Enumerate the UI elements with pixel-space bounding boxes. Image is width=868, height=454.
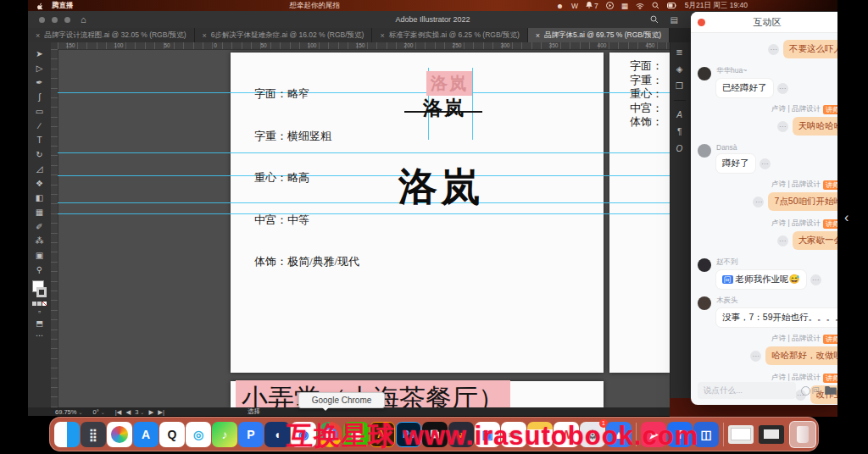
opentype-panel-icon[interactable]: O (676, 144, 683, 153)
minimize-window-button[interactable] (52, 17, 58, 23)
rectangle-tool-icon[interactable]: ▭ (28, 104, 51, 119)
blend-tool-icon[interactable]: ⁂ (28, 234, 51, 248)
font-spec-text[interactable]: 字面：略窄 字重：横细竖粗 重心：略高 中宫：中等 体饰：极简/典雅/现代 (254, 59, 359, 297)
p-app[interactable]: P (238, 422, 264, 447)
wps-status-icon[interactable]: W (571, 2, 578, 10)
curvature-tool-icon[interactable]: ʃ (28, 90, 51, 104)
zoom-window-button[interactable] (64, 17, 70, 23)
chat-bubble: 没事，7：59开始也行。。。。。 (716, 308, 843, 327)
question-toggle[interactable]: 问 (801, 385, 820, 396)
search-icon[interactable] (652, 2, 659, 9)
more-actions-icon[interactable]: ⋯ (777, 235, 788, 246)
document-tab[interactable]: × 6步解决字体疑难杂症.ai @ 16.02 % (RGB/预览) (195, 28, 373, 42)
eyedropper-tool-icon[interactable]: ✐ (28, 219, 51, 234)
tencent-meeting[interactable]: ◎ (186, 422, 211, 447)
fill-stroke-wells[interactable] (32, 280, 47, 299)
artboard-number-dropdown[interactable]: 3⌄ (135, 408, 144, 416)
chat-message-list[interactable]: ⋯ 不要这么吓人 华华hua~ 已经蹲好了 ⋯ 卢诗 | 品牌设计讲师 ⋯ 天呐… (691, 33, 843, 405)
chat-bubble: 蹲好了 (716, 154, 755, 173)
shape-builder-tool-icon[interactable]: ❖ (28, 176, 51, 191)
canvas[interactable]: 15010050050100150200250300350400450 字面：略… (51, 42, 670, 407)
close-tab-icon[interactable]: × (36, 31, 40, 40)
minimized-window-dark[interactable] (759, 425, 784, 444)
prev-artboard-button[interactable]: ◀ (125, 408, 131, 416)
layers-panel-icon[interactable]: ◈ (676, 64, 683, 74)
zoom-tool-icon[interactable]: ⚲ (28, 263, 51, 277)
home-icon[interactable]: ⌂ (81, 14, 86, 25)
guide-line (472, 68, 473, 140)
selection-tool-icon[interactable]: ➤ (28, 47, 51, 61)
more-actions-icon[interactable]: ⋯ (777, 121, 788, 132)
close-tab-icon[interactable]: × (536, 31, 540, 40)
apple-menu-icon[interactable] (36, 2, 44, 10)
play-status-icon[interactable] (606, 2, 614, 9)
avatar[interactable] (698, 144, 711, 158)
battery-icon[interactable] (667, 3, 677, 8)
zoom-level-dropdown[interactable]: 69.75%⌄ (55, 408, 82, 416)
direct-selection-tool-icon[interactable]: ▷ (28, 61, 51, 75)
qq-music[interactable]: ♪ (212, 422, 237, 447)
rotate-tool-icon[interactable]: ↻ (28, 147, 51, 162)
ruler-label: 200 (404, 42, 414, 49)
mesh-tool-icon[interactable]: ▦ (28, 205, 51, 219)
search-icon[interactable] (650, 12, 659, 27)
rotation-dropdown[interactable]: 0°⌄ (92, 408, 104, 416)
logo-text-highlighted[interactable]: 洛岚 (426, 71, 472, 96)
document-tab[interactable]: × 品牌字体5.ai @ 69.75 % (RGB/预览) (528, 28, 670, 42)
last-artboard-button[interactable]: ▶| (158, 408, 164, 416)
qq[interactable]: Q (159, 422, 185, 447)
chat-message: 华华hua~ 已经蹲好了 ⋯ (698, 66, 837, 97)
paragraph-panel-icon[interactable]: ¶ (677, 127, 682, 136)
close-window-button[interactable] (39, 17, 45, 23)
collapse-chevron-icon[interactable]: ‹ (844, 210, 849, 225)
document-tab[interactable]: × 品牌字设计流程图.ai @ 32.05 % (RGB/预览) (28, 28, 195, 42)
wifi-icon[interactable] (636, 3, 644, 9)
bell-icon[interactable]: 7 (586, 2, 598, 10)
chat-bubble: 大家歇一会 (793, 231, 844, 250)
attach-image-icon[interactable] (825, 385, 837, 396)
color-wheel-app[interactable] (107, 422, 132, 447)
minimized-window-light[interactable] (728, 425, 754, 444)
pen-tool-icon[interactable]: ✒ (28, 75, 51, 90)
menubar-app-name[interactable]: 腾直播 (52, 1, 74, 11)
input-method-icon[interactable]: ▦ (621, 2, 628, 10)
properties-panel-icon[interactable]: ≣ (676, 47, 682, 57)
line-segment-tool-icon[interactable]: ∕ (28, 119, 51, 133)
character-panel-icon[interactable]: A (676, 110, 682, 119)
logo-text-small[interactable]: 洛岚 (423, 95, 465, 121)
avatar[interactable] (698, 67, 711, 80)
scale-tool-icon[interactable]: ◿ (28, 162, 51, 176)
more-actions-icon[interactable]: ⋯ (753, 197, 764, 208)
close-tab-icon[interactable]: × (380, 31, 384, 40)
stroke-color-well[interactable] (36, 287, 47, 297)
artboards-panel-icon[interactable]: ❐ (676, 81, 683, 91)
menubar-clock[interactable]: 5月21日 周三 19:40 (685, 1, 748, 11)
more-actions-icon[interactable]: ⋯ (777, 83, 788, 94)
avatar[interactable] (698, 296, 711, 310)
logo-text-large[interactable]: 洛岚 (398, 161, 483, 213)
screen-mode-icon[interactable]: ⬒ (28, 318, 51, 329)
close-tab-icon[interactable]: × (203, 31, 207, 40)
next-artboard-button[interactable]: ▶ (148, 408, 153, 416)
more-actions-icon[interactable]: ⋯ (750, 351, 761, 362)
trash[interactable] (789, 421, 816, 448)
gradient-tool-icon[interactable]: ◧ (28, 191, 51, 205)
draw-mode-icon[interactable]: ▫ (28, 306, 51, 318)
chat-input[interactable]: 说点什么... (698, 382, 796, 399)
right-artboard-spec-labels[interactable]: 字面： 字重： 重心： 中宫： 体饰： (559, 59, 663, 130)
more-actions-icon[interactable]: ⋯ (760, 158, 771, 169)
app-store[interactable]: A (133, 422, 159, 447)
face-status-icon[interactable]: ☻ (556, 2, 564, 10)
arrange-documents-icon[interactable]: ▤ (670, 15, 678, 25)
more-actions-icon[interactable]: ⋯ (810, 274, 821, 285)
document-tab[interactable]: × 标准字案例实操.ai @ 6.25 % (RGB/预览) (372, 28, 527, 42)
type-tool-icon[interactable]: T (28, 133, 51, 147)
avatar[interactable] (698, 258, 711, 272)
more-actions-icon[interactable]: ⋯ (768, 44, 779, 55)
toolbar-overflow-icon[interactable]: ⋯ (28, 329, 51, 341)
first-artboard-button[interactable]: |◀ (115, 408, 122, 416)
artboard-tool-icon[interactable]: ▣ (28, 248, 51, 263)
launchpad[interactable]: ⣿ (81, 422, 106, 447)
finder[interactable] (54, 422, 80, 447)
notification-count: 7 (594, 2, 598, 10)
